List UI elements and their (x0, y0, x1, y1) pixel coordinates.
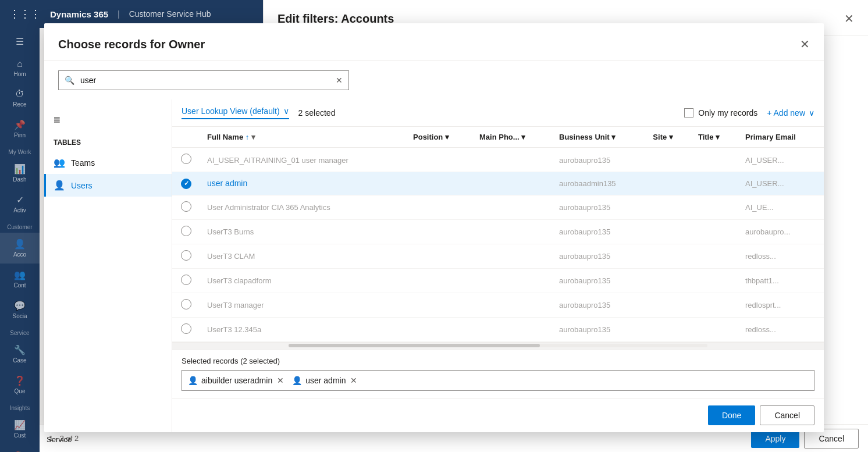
left-panel-users-item[interactable]: 👤 Users (44, 174, 172, 197)
radio-unchecked-icon[interactable] (181, 299, 191, 309)
col-title-header[interactable]: Title ▾ (691, 127, 738, 148)
row-radio-cell[interactable] (172, 268, 200, 293)
selected-tag-useradmin: 👤 user admin ✕ (292, 376, 358, 385)
only-my-records-checkbox[interactable] (684, 108, 693, 118)
modal-overlay: Choose records for Owner ✕ 🔍 ✕ ≡ Ta (0, 0, 868, 452)
search-clear-icon[interactable]: ✕ (330, 71, 348, 90)
tables-section-title: Tables (44, 136, 172, 151)
radio-unchecked-icon[interactable] (181, 154, 191, 164)
row-email-cell: aurobaupro... (738, 219, 824, 244)
row-radio-cell[interactable] (172, 293, 200, 317)
row-businessunit-cell: aurobaadmin135 (552, 172, 646, 195)
row-phone-cell (472, 148, 552, 172)
radio-unchecked-icon[interactable] (181, 226, 191, 236)
radio-unchecked-icon[interactable] (181, 275, 191, 285)
table-row: UserT3 CLAMaurobaupro135redloss... (172, 244, 824, 268)
left-panel-menu-icon[interactable]: ≡ (44, 109, 172, 131)
row-name-cell: UserT3 clapadform (200, 268, 406, 293)
row-radio-cell[interactable] (172, 148, 200, 172)
row-businessunit-cell: aurobaupro135 (552, 268, 646, 293)
app-background: ⋮⋮⋮ Dynamics 365 | Customer Service Hub … (0, 0, 868, 452)
table-wrap: Full Name ↑ ▾ Position ▾ Main Pho... ▾ B… (172, 127, 824, 342)
modal-close-button[interactable]: ✕ (800, 37, 810, 51)
row-phone-cell (472, 172, 552, 195)
table-row: UserT3 Burnsaurobaupro135aurobaupro... (172, 219, 824, 244)
row-site-cell (646, 293, 691, 317)
selected-records-bar: Selected records (2 selected) 👤 aibuilde… (172, 349, 824, 398)
table-header-row: Full Name ↑ ▾ Position ▾ Main Pho... ▾ B… (172, 127, 824, 148)
row-radio-cell[interactable] (172, 219, 200, 244)
row-site-cell (646, 172, 691, 195)
mainphone-sort-icon: ▾ (521, 133, 525, 141)
tag-aibuilder-label: aibuilder useradmin (201, 376, 272, 385)
row-title-cell (691, 219, 738, 244)
scrollbar-thumb[interactable] (289, 344, 540, 347)
row-email-cell: AI_USER... (738, 172, 824, 195)
col-fullname-header[interactable]: Full Name ↑ ▾ (200, 127, 406, 148)
only-my-records-label[interactable]: Only my records (684, 108, 757, 118)
view-selector[interactable]: User Lookup View (default) ∨ (182, 106, 289, 119)
row-title-cell (691, 195, 738, 219)
search-input[interactable] (80, 71, 330, 90)
cancel-button[interactable]: Cancel (760, 405, 814, 425)
col-mainphone-header[interactable]: Main Pho... ▾ (472, 127, 552, 148)
row-businessunit-cell: aurobaupro135 (552, 317, 646, 341)
row-name-text: UserT3 CLAM (207, 252, 255, 261)
row-email-cell: redloss... (738, 244, 824, 268)
modal-body: ≡ Tables 👥 Teams 👤 Users (44, 99, 824, 432)
radio-checked-icon[interactable] (181, 179, 191, 189)
row-name-cell: UserT3 Burns (200, 219, 406, 244)
row-name-text: UserT3 manager (207, 301, 264, 309)
scrollbar-track (289, 344, 707, 347)
tag-aibuilder-icon: 👤 (188, 376, 198, 385)
teams-icon: 👥 (54, 157, 65, 168)
left-panel-teams-item[interactable]: 👥 Teams (44, 151, 172, 174)
done-button[interactable]: Done (708, 405, 755, 425)
table-row: UserT3 clapadformaurobaupro135thbpatt1..… (172, 268, 824, 293)
add-new-chevron-icon: ∨ (809, 108, 814, 118)
add-new-label: + Add new (767, 108, 805, 118)
col-primaryemail-header: Primary Email (738, 127, 824, 148)
row-name-link[interactable]: user admin (207, 179, 247, 188)
col-position-header[interactable]: Position ▾ (406, 127, 472, 148)
table-row: UserT3 manageraurobaupro135redlosprt... (172, 293, 824, 317)
row-radio-cell[interactable] (172, 195, 200, 219)
radio-unchecked-icon[interactable] (181, 323, 191, 334)
choose-records-modal: Choose records for Owner ✕ 🔍 ✕ ≡ Ta (44, 23, 824, 432)
tag-useradmin-remove-button[interactable]: ✕ (349, 376, 358, 385)
row-site-cell (646, 219, 691, 244)
row-title-cell (691, 148, 738, 172)
row-position-cell (406, 195, 472, 219)
row-position-cell (406, 317, 472, 341)
only-my-records-text: Only my records (698, 108, 757, 118)
row-email-cell: redloss... (738, 317, 824, 341)
row-businessunit-cell: aurobaupro135 (552, 293, 646, 317)
row-businessunit-cell: aurobaupro135 (552, 195, 646, 219)
row-position-cell (406, 244, 472, 268)
row-name-cell: user admin (200, 172, 406, 195)
row-name-text: User Administrator CIA 365 Analytics (207, 203, 330, 212)
row-email-cell: thbpatt1... (738, 268, 824, 293)
view-chevron-icon: ∨ (283, 106, 289, 116)
row-name-cell: UserT3 CLAM (200, 244, 406, 268)
row-email-cell: AI_UE... (738, 195, 824, 219)
title-sort-icon: ▾ (716, 133, 720, 141)
col-businessunit-header[interactable]: Business Unit ▾ (552, 127, 646, 148)
row-position-cell (406, 219, 472, 244)
col-radio-header (172, 127, 200, 148)
row-radio-cell[interactable] (172, 244, 200, 268)
tag-aibuilder-remove-button[interactable]: ✕ (276, 376, 285, 385)
position-sort-icon: ▾ (445, 133, 449, 141)
fullname-filter-icon[interactable]: ▾ (251, 133, 255, 141)
row-title-cell (691, 244, 738, 268)
col-site-header[interactable]: Site ▾ (646, 127, 691, 148)
radio-unchecked-icon[interactable] (181, 201, 191, 212)
selected-records-label: Selected records (2 selected) (182, 357, 814, 365)
search-icon: 🔍 (59, 71, 80, 90)
radio-unchecked-icon[interactable] (181, 250, 191, 261)
row-site-cell (646, 195, 691, 219)
row-radio-cell[interactable] (172, 172, 200, 195)
add-new-button[interactable]: + Add new ∨ (767, 108, 814, 118)
row-radio-cell[interactable] (172, 317, 200, 341)
horizontal-scrollbar[interactable] (172, 342, 824, 349)
